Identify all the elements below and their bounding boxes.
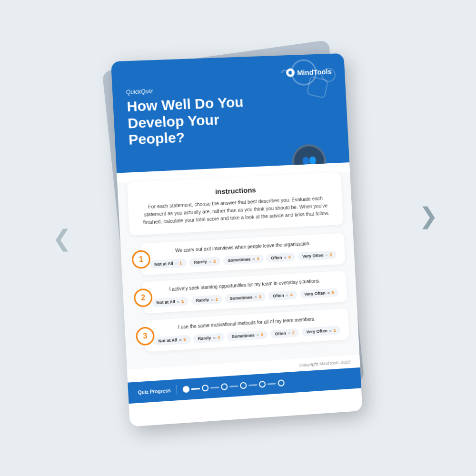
q2-opt-3[interactable]: Sometimes = 3	[225, 292, 266, 303]
people-svg: 👥	[301, 153, 317, 169]
progress-line-2	[210, 387, 219, 388]
header-people-icon: 👥	[291, 143, 327, 173]
q1-opt-1[interactable]: Not at All = 1	[149, 258, 187, 269]
progress-label: Quiz Progress	[138, 388, 171, 396]
instructions-box: Instructions For each statement, choose …	[127, 172, 344, 236]
question-1: 1 We carry out exit interviews when peop…	[140, 233, 346, 276]
q2-opt-5[interactable]: Very Often = 5	[299, 288, 339, 299]
scene: ❮ ❯ 〜 MindTools QuickQuiz	[24, 12, 452, 464]
progress-dot-5[interactable]	[259, 381, 266, 388]
q3-opt-5[interactable]: Very Often = 1	[301, 326, 341, 337]
booklet: 〜 MindTools QuickQuiz How Well Do You De…	[111, 53, 362, 427]
q1-opt-4[interactable]: Often = 4	[266, 253, 296, 263]
copyright-text: Copyright MindTools 2022	[299, 359, 351, 368]
question-3: 3 I use the same motivational methods fo…	[144, 308, 349, 352]
deco-square	[307, 76, 329, 99]
q3-opt-3[interactable]: Sometimes = 3	[227, 330, 268, 341]
booklet-header: 〜 MindTools QuickQuiz How Well Do You De…	[111, 53, 349, 173]
progress-dot-3[interactable]	[221, 383, 228, 390]
q2-opt-1[interactable]: Not at All = 1	[151, 297, 189, 307]
progress-dot-6[interactable]	[278, 380, 285, 387]
title-line1: How Well Do You	[127, 94, 244, 114]
progress-line-1	[191, 388, 200, 390]
progress-line-3	[229, 386, 238, 387]
progress-divider	[176, 385, 177, 395]
instructions-text: For each statement, choose the answer th…	[137, 194, 335, 227]
q1-opt-3[interactable]: Sometimes = 3	[223, 254, 264, 265]
progress-dots	[182, 380, 284, 393]
progress-dot-2[interactable]	[202, 385, 209, 392]
question-2: 2 I actively seek learning opportunities…	[142, 271, 347, 314]
progress-line-5	[268, 383, 276, 385]
q3-opt-4[interactable]: Often = 2	[270, 328, 299, 339]
title-line2: Develop Your People?	[127, 111, 219, 148]
progress-line-4	[248, 384, 257, 386]
chevron-right-icon[interactable]: ❯	[419, 202, 438, 229]
q3-opt-2[interactable]: Rarely = 4	[193, 333, 225, 343]
progress-dot-4[interactable]	[240, 382, 247, 389]
progress-dot-1[interactable]	[182, 386, 189, 393]
q1-opt-2[interactable]: Rarely = 2	[189, 257, 221, 267]
content-area: Instructions For each statement, choose …	[117, 171, 359, 369]
main-title: How Well Do You Develop Your People?	[127, 93, 263, 148]
q2-opt-2[interactable]: Rarely = 2	[191, 295, 223, 305]
q3-opt-1[interactable]: Not at All = 5	[153, 335, 191, 346]
chevron-left-icon[interactable]: ❮	[52, 225, 71, 251]
q2-opt-4[interactable]: Often = 4	[268, 290, 298, 300]
q1-opt-5[interactable]: Very Often = 5	[298, 250, 337, 261]
